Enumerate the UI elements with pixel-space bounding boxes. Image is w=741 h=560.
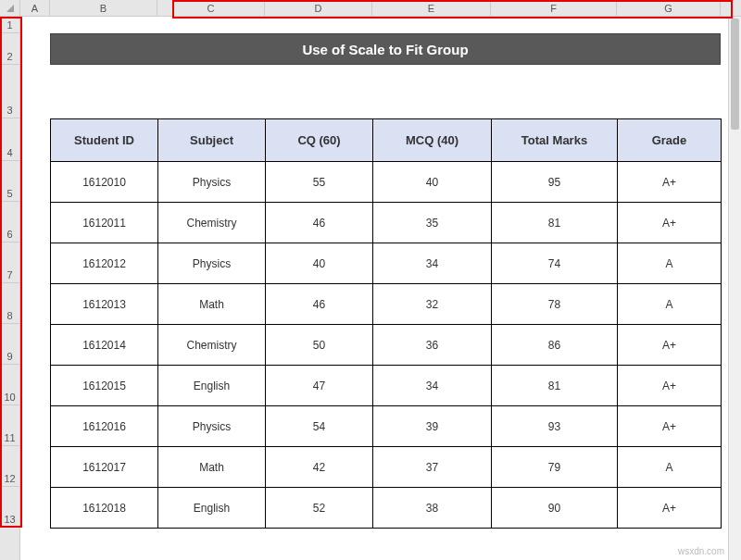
table-cell[interactable]: 1612014	[51, 325, 158, 366]
row-header-13[interactable]: 13	[0, 487, 19, 528]
table-header-row: Student IDSubjectCQ (60)MCQ (40)Total Ma…	[51, 119, 722, 162]
table-cell[interactable]: 1612011	[51, 203, 158, 243]
table-cell[interactable]: 1612015	[51, 366, 158, 406]
table-row: 1612012Physics403474A	[51, 243, 722, 284]
table-cell[interactable]: 1612010	[51, 162, 158, 203]
row-header-10[interactable]: 10	[0, 365, 19, 405]
row-header-8[interactable]: 8	[0, 283, 19, 324]
table-row: 1612014Chemistry503686A+	[51, 325, 722, 366]
table-cell[interactable]: 38	[373, 488, 492, 529]
spreadsheet-grid: ABCDEFG 12345678910111213 Use of Scale t…	[0, 0, 741, 560]
table-cell[interactable]: Physics	[158, 243, 266, 284]
select-all-corner[interactable]	[0, 0, 20, 17]
table-cell[interactable]: 40	[266, 243, 373, 284]
row-header-2[interactable]: 2	[0, 33, 19, 65]
table-cell[interactable]: 52	[266, 488, 373, 529]
table-header-cell[interactable]: CQ (60)	[266, 119, 373, 162]
svg-marker-0	[6, 5, 14, 12]
table-cell[interactable]: 46	[266, 203, 373, 243]
table-cell[interactable]: 1612016	[51, 406, 158, 447]
table-header-cell[interactable]: Student ID	[51, 119, 158, 162]
table-cell[interactable]: 39	[373, 406, 492, 447]
row-header-bar: 12345678910111213	[0, 17, 20, 560]
table-cell[interactable]: 93	[492, 406, 618, 447]
table-cell[interactable]: A+	[618, 488, 722, 529]
row-header-7[interactable]: 7	[0, 243, 19, 283]
table-cell[interactable]: A	[618, 284, 722, 325]
table-cell[interactable]: 1612017	[51, 447, 158, 488]
table-cell[interactable]: 36	[373, 325, 492, 366]
table-cell[interactable]: A	[618, 243, 722, 284]
table-cell[interactable]: 42	[266, 447, 373, 488]
table-cell[interactable]: Chemistry	[158, 203, 266, 243]
column-header-f[interactable]: F	[491, 0, 617, 16]
table-cell[interactable]: 1612012	[51, 243, 158, 284]
table-cell[interactable]: 79	[492, 447, 618, 488]
table-cell[interactable]: A+	[618, 203, 722, 243]
sheet-area[interactable]: Use of Scale to Fit Group Student IDSubj…	[20, 17, 741, 560]
table-cell[interactable]: A+	[618, 162, 722, 203]
table-cell[interactable]: 81	[492, 366, 618, 406]
table-cell[interactable]: Physics	[158, 162, 266, 203]
table-cell[interactable]: 74	[492, 243, 618, 284]
table-row: 1612015English473481A+	[51, 366, 722, 406]
row-header-11[interactable]: 11	[0, 405, 19, 446]
row-header-1[interactable]: 1	[0, 17, 19, 33]
table-cell[interactable]: 34	[373, 366, 492, 406]
table-cell[interactable]: 47	[266, 366, 373, 406]
table-cell[interactable]: 55	[266, 162, 373, 203]
table-cell[interactable]: 90	[492, 488, 618, 529]
table-row: 1612011Chemistry463581A+	[51, 203, 722, 243]
table-row: 1612017Math423779A	[51, 447, 722, 488]
table-row: 1612018English523890A+	[51, 488, 722, 529]
select-all-icon	[6, 5, 14, 12]
title-banner: Use of Scale to Fit Group	[50, 33, 721, 65]
title-text: Use of Scale to Fit Group	[302, 42, 468, 57]
table-cell[interactable]: Math	[158, 284, 266, 325]
table-header-cell[interactable]: Total Marks	[492, 119, 618, 162]
row-header-12[interactable]: 12	[0, 446, 19, 487]
table-cell[interactable]: A	[618, 447, 722, 488]
table-cell[interactable]: 86	[492, 325, 618, 366]
table-cell[interactable]: A+	[618, 406, 722, 447]
table-cell[interactable]: 50	[266, 325, 373, 366]
row-header-4[interactable]: 4	[0, 118, 19, 161]
column-header-g[interactable]: G	[617, 0, 721, 16]
table-cell[interactable]: 54	[266, 406, 373, 447]
table-cell[interactable]: 78	[492, 284, 618, 325]
table-cell[interactable]: 35	[373, 203, 492, 243]
row-header-3[interactable]: 3	[0, 65, 19, 118]
table-cell[interactable]: Math	[158, 447, 266, 488]
table-cell[interactable]: 81	[492, 203, 618, 243]
table-cell[interactable]: A+	[618, 325, 722, 366]
data-table: Student IDSubjectCQ (60)MCQ (40)Total Ma…	[50, 118, 722, 529]
table-cell[interactable]: 32	[373, 284, 492, 325]
table-header-cell[interactable]: Subject	[158, 119, 266, 162]
table-cell[interactable]: 1612013	[51, 284, 158, 325]
table-cell[interactable]: Physics	[158, 406, 266, 447]
row-header-5[interactable]: 5	[0, 161, 19, 202]
scrollbar-thumb[interactable]	[731, 19, 739, 130]
vertical-scrollbar[interactable]	[728, 17, 741, 560]
table-cell[interactable]: 46	[266, 284, 373, 325]
column-header-e[interactable]: E	[372, 0, 491, 16]
table-cell[interactable]: English	[158, 366, 266, 406]
table-cell[interactable]: Chemistry	[158, 325, 266, 366]
table-cell[interactable]: 1612018	[51, 488, 158, 529]
column-header-d[interactable]: D	[265, 0, 372, 16]
column-header-a[interactable]: A	[20, 0, 50, 16]
column-header-bar: ABCDEFG	[0, 0, 741, 17]
table-cell[interactable]: 37	[373, 447, 492, 488]
column-header-c[interactable]: C	[157, 0, 265, 16]
column-header-b[interactable]: B	[50, 0, 157, 16]
table-cell[interactable]: A+	[618, 366, 722, 406]
table-cell[interactable]: 34	[373, 243, 492, 284]
table-cell[interactable]: 95	[492, 162, 618, 203]
row-header-9[interactable]: 9	[0, 324, 19, 365]
table-row: 1612010Physics554095A+	[51, 162, 722, 203]
table-cell[interactable]: English	[158, 488, 266, 529]
row-header-6[interactable]: 6	[0, 202, 19, 243]
table-header-cell[interactable]: Grade	[618, 119, 722, 162]
table-cell[interactable]: 40	[373, 162, 492, 203]
table-header-cell[interactable]: MCQ (40)	[373, 119, 492, 162]
